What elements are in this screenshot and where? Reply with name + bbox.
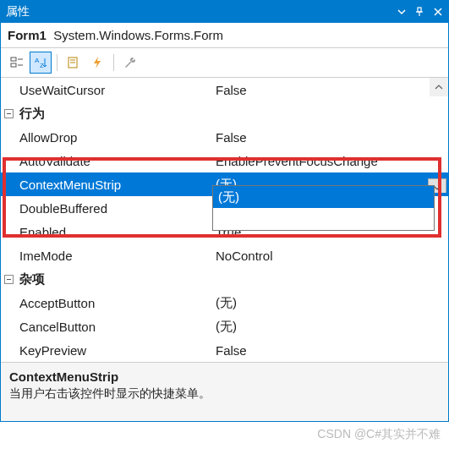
window-position-icon[interactable] — [397, 8, 406, 16]
categorized-button[interactable] — [6, 52, 28, 74]
wrench-button[interactable] — [119, 52, 141, 74]
property-grid: (无) UseWaitCursorFalse行为AllowDropFalseAu… — [1, 78, 448, 362]
property-row[interactable]: ImeModeNoControl — [1, 243, 448, 267]
property-name: UseWaitCursor — [16, 83, 212, 97]
description-text: 当用户右击该控件时显示的快捷菜单。 — [9, 386, 440, 402]
category-row[interactable]: 行为 — [1, 101, 448, 125]
pin-icon[interactable] — [414, 7, 424, 17]
property-name: Enabled — [16, 225, 212, 239]
collapse-icon[interactable] — [4, 109, 14, 118]
property-value[interactable]: EnablePreventFocusChange — [212, 154, 448, 168]
property-name: DoubleBuffered — [16, 201, 212, 216]
expand-indent[interactable] — [1, 275, 16, 284]
property-pages-button[interactable] — [63, 52, 85, 74]
property-name: AutoValidate — [16, 154, 212, 168]
object-type: System.Windows.Forms.Form — [53, 28, 223, 42]
property-value[interactable]: (无) — [212, 295, 448, 311]
property-name: AcceptButton — [16, 296, 212, 310]
svg-rect-6 — [11, 63, 16, 67]
panel-title: 属性 — [6, 4, 397, 19]
property-name: KeyPreview — [16, 343, 212, 358]
object-name: Form1 — [8, 28, 47, 42]
category-row[interactable]: 杂项 — [1, 267, 448, 291]
events-button[interactable] — [86, 52, 108, 74]
svg-rect-5 — [11, 57, 16, 61]
property-row[interactable]: AllowDropFalse — [1, 125, 448, 149]
property-value[interactable]: False — [212, 343, 448, 358]
expand-indent[interactable] — [1, 109, 16, 118]
dropdown-list[interactable]: (无) — [212, 185, 435, 231]
property-row[interactable]: KeyPreviewFalse — [1, 338, 448, 362]
scroll-up-icon[interactable] — [430, 78, 448, 96]
description-panel: ContextMenuStrip 当用户右击该控件时显示的快捷菜单。 — [1, 362, 448, 421]
property-row[interactable]: UseWaitCursorFalse — [1, 78, 448, 101]
property-name: CancelButton — [16, 320, 212, 334]
svg-rect-0 — [418, 8, 421, 12]
property-row[interactable]: AutoValidateEnablePreventFocusChange — [1, 149, 448, 172]
property-name: AllowDrop — [16, 130, 212, 145]
watermark: CSDN @C#其实并不难 — [0, 422, 449, 447]
object-selector[interactable]: Form1 System.Windows.Forms.Form — [1, 23, 448, 48]
property-name: 行为 — [16, 106, 212, 122]
property-value[interactable]: False — [212, 83, 448, 97]
property-value[interactable]: False — [212, 130, 448, 145]
property-name: 杂项 — [16, 271, 212, 287]
titlebar: 属性 — [1, 1, 448, 23]
dropdown-item[interactable]: (无) — [213, 186, 434, 208]
property-value[interactable]: (无) — [212, 319, 448, 335]
collapse-icon[interactable] — [4, 275, 14, 284]
property-row[interactable]: AcceptButton(无) — [1, 291, 448, 315]
description-title: ContextMenuStrip — [9, 369, 440, 384]
property-value[interactable]: NoControl — [212, 249, 448, 263]
property-name: ContextMenuStrip — [16, 178, 212, 192]
property-name: ImeMode — [16, 249, 212, 263]
property-row[interactable]: CancelButton(无) — [1, 315, 448, 338]
toolbar: AZ — [1, 48, 448, 78]
close-icon[interactable] — [433, 7, 443, 17]
alphabetical-button[interactable]: AZ — [30, 52, 52, 74]
